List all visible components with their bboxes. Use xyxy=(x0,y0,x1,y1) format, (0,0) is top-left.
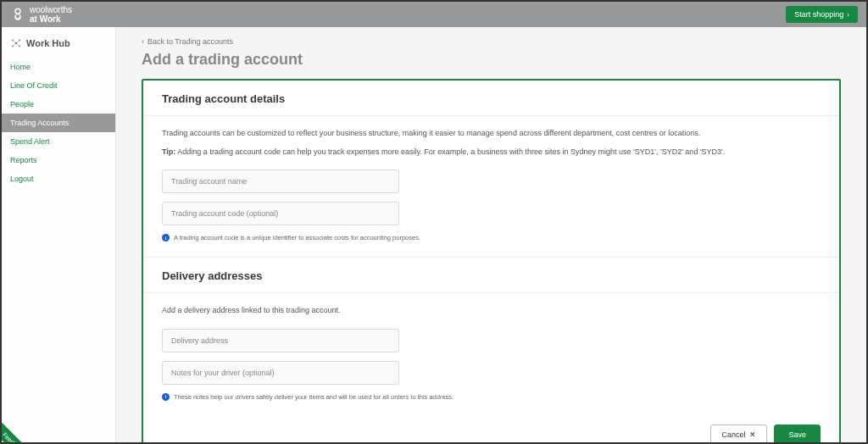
info-icon: i xyxy=(162,234,170,241)
sidebar-item-line-of-credit[interactable]: Line Of Credit xyxy=(2,76,115,95)
divider xyxy=(143,115,839,116)
tip-body: Adding a trading account code can help y… xyxy=(175,147,725,156)
section-trading-details: Trading account details Trading accounts… xyxy=(143,80,839,257)
close-icon: ✕ xyxy=(749,430,756,439)
brand-line2: at Work xyxy=(30,14,72,24)
info-icon: i xyxy=(162,393,170,401)
svg-line-5 xyxy=(13,41,16,44)
sidebar-item-people[interactable]: People xyxy=(2,95,115,114)
back-link[interactable]: ‹ Back to Trading accounts xyxy=(142,37,841,46)
sidebar-item-logout[interactable]: Logout xyxy=(2,169,115,188)
hint-text-delivery: These notes help our drivers safely deli… xyxy=(174,393,453,401)
divider xyxy=(143,292,839,293)
sidebar: Work Hub Home Line Of Credit People Trad… xyxy=(2,27,116,442)
layout: Work Hub Home Line Of Credit People Trad… xyxy=(2,27,866,442)
brand-text: woolworths at Work xyxy=(30,5,72,24)
help-text-trading: Trading accounts can be customized to re… xyxy=(162,128,821,140)
save-button[interactable]: Save xyxy=(774,425,821,443)
sidebar-title: Work Hub xyxy=(2,32,115,58)
section-delivery: Delivery addresses Add a delivery addres… xyxy=(143,257,839,416)
delivery-address-input[interactable] xyxy=(162,329,399,352)
top-bar: woolworths at Work Start shopping › xyxy=(2,2,866,27)
sidebar-item-home[interactable]: Home xyxy=(2,58,115,76)
form-actions: Cancel ✕ Save xyxy=(143,416,839,443)
cancel-label: Cancel xyxy=(721,430,745,439)
sidebar-item-trading-accounts[interactable]: Trading Accounts xyxy=(2,114,115,132)
start-shopping-label: Start shopping xyxy=(794,10,843,19)
hint-row-delivery: i These notes help our drivers safely de… xyxy=(162,393,821,401)
sidebar-item-reports[interactable]: Reports xyxy=(2,151,115,169)
woolworths-logo-icon xyxy=(10,7,25,22)
form-card: Trading account details Trading accounts… xyxy=(142,79,841,442)
hint-row-trading: i A trading account code is a unique ide… xyxy=(162,234,821,241)
svg-line-7 xyxy=(13,43,16,47)
sidebar-title-label: Work Hub xyxy=(26,38,70,48)
tip-text: Tip: Adding a trading account code can h… xyxy=(162,147,821,158)
start-shopping-button[interactable]: Start shopping › xyxy=(786,6,858,23)
page-title: Add a trading account xyxy=(142,51,841,69)
help-text-delivery: Add a delivery address linked to this tr… xyxy=(162,305,821,317)
sidebar-item-spend-alert[interactable]: Spend Alert xyxy=(2,132,115,151)
svg-line-8 xyxy=(16,43,19,47)
svg-line-6 xyxy=(16,41,19,44)
chevron-right-icon: › xyxy=(847,11,849,19)
brand: woolworths at Work xyxy=(10,5,72,24)
tip-prefix: Tip: xyxy=(162,147,175,156)
section-heading-delivery: Delivery addresses xyxy=(162,269,821,282)
trading-account-code-input[interactable] xyxy=(162,202,399,225)
chevron-left-icon: ‹ xyxy=(142,37,144,46)
feedback-tab[interactable]: Feedback xyxy=(0,417,39,444)
back-link-label: Back to Trading accounts xyxy=(147,37,233,46)
hint-text-trading: A trading account code is a unique ident… xyxy=(174,234,420,241)
driver-notes-input[interactable] xyxy=(162,361,399,385)
trading-account-name-input[interactable] xyxy=(162,169,399,193)
cancel-button[interactable]: Cancel ✕ xyxy=(710,425,767,443)
hub-icon xyxy=(10,37,22,49)
section-heading-trading: Trading account details xyxy=(162,92,821,105)
main-content: ‹ Back to Trading accounts Add a trading… xyxy=(116,27,866,442)
brand-line1: woolworths xyxy=(30,5,72,14)
